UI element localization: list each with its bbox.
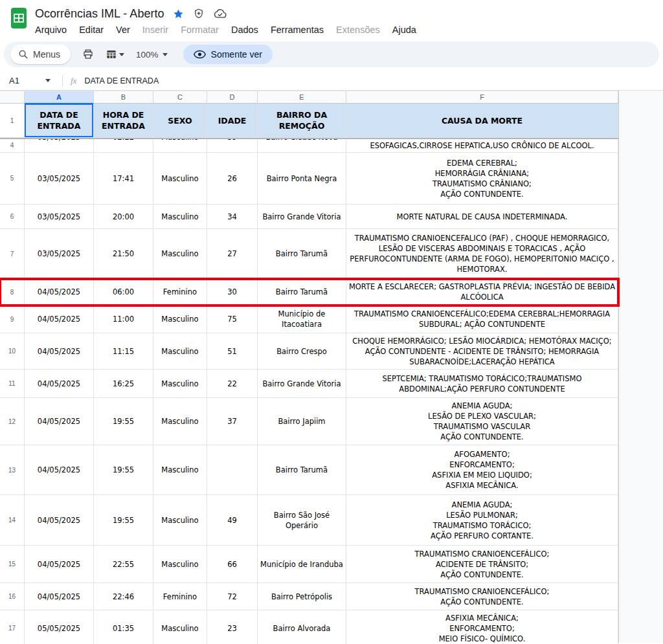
cell[interactable]: Masculino [153, 305, 207, 333]
cell[interactable]: 26 [207, 153, 258, 205]
cell[interactable]: ESOFAGICAS,CIRROSE HEPATICA,USO CRÔNICO … [346, 138, 618, 153]
cell[interactable] [207, 445, 258, 495]
cell[interactable]: Bairro Petrópolis [258, 583, 346, 610]
cell[interactable]: Bairro Japiim [258, 398, 346, 445]
cell[interactable]: 03/05/2025 [25, 205, 94, 229]
cell[interactable]: 20:00 [94, 205, 153, 229]
cell[interactable]: Bairro Crespo [258, 333, 346, 370]
cell[interactable]: Município de Iranduba [258, 546, 346, 583]
column-header-A[interactable]: A [25, 91, 94, 104]
menu-dados[interactable]: Dados [231, 25, 258, 35]
header-cell[interactable]: HORA DE ENTRADA [94, 104, 153, 138]
row-number-1[interactable]: 1 [0, 104, 25, 138]
row-number-8[interactable]: 8 [0, 279, 25, 305]
cell[interactable]: Feminino [153, 279, 207, 305]
cell[interactable]: 27 [207, 229, 258, 279]
cell[interactable]: TRAUMATISMO CRANIOENCEFÁLICO;EDEMA CEREB… [346, 305, 618, 333]
cell[interactable]: Bairro Cidade Nova [258, 138, 346, 153]
cell[interactable]: 19:55 [94, 495, 153, 546]
menu-ajuda[interactable]: Ajuda [392, 25, 416, 35]
cell[interactable]: Masculino [153, 495, 207, 546]
cell[interactable]: ANEMIA AGUDA; LESÃO DE PLEXO VASCULAR; T… [346, 398, 618, 445]
cell[interactable]: 06:00 [94, 279, 153, 305]
filter-views-button[interactable] [106, 49, 124, 60]
cell[interactable]: Masculino [153, 445, 207, 495]
cell[interactable]: 03/05/2025 [25, 153, 94, 205]
cell[interactable]: 04/05/2025 [25, 445, 94, 495]
cell[interactable]: 37 [207, 398, 258, 445]
zoom-control[interactable]: 100% [136, 50, 168, 60]
cell[interactable]: TRAUMATISMO CRANIOENCEFÁLICO; AÇÃO CONTU… [346, 583, 618, 610]
cell[interactable]: Bairro Tarumã [258, 445, 346, 495]
cell[interactable]: 75 [207, 305, 258, 333]
cell[interactable]: 16:25 [94, 370, 153, 398]
sheets-logo-icon[interactable] [9, 5, 28, 31]
column-header-B[interactable]: B [94, 91, 153, 104]
cell[interactable]: 03/05/2025 [25, 138, 94, 153]
cell[interactable]: AFOGAMENTO; ENFORCAMENTO; ASFIXIA EM MEI… [346, 445, 618, 495]
row-number-9[interactable]: 9 [0, 305, 25, 333]
cell[interactable]: Masculino [153, 333, 207, 370]
cell[interactable]: Bairro São José Operário [258, 495, 346, 546]
cell[interactable]: 19:55 [94, 445, 153, 495]
column-header-C[interactable]: C [153, 91, 207, 104]
menu-ferramentas[interactable]: Ferramentas [271, 25, 324, 35]
column-header-E[interactable]: E [258, 91, 346, 104]
cell[interactable]: 04/05/2025 [25, 398, 94, 445]
cell[interactable]: Masculino [153, 370, 207, 398]
view-only-button[interactable]: Somente ver [183, 45, 273, 64]
cell[interactable]: 66 [207, 546, 258, 583]
cell[interactable]: 11:15 [94, 333, 153, 370]
header-cell[interactable]: SEXO [153, 104, 207, 138]
cell[interactable]: Município de Itacoatiara [258, 305, 346, 333]
cell[interactable]: 17:41 [94, 153, 153, 205]
cell[interactable]: Feminino [153, 583, 207, 610]
cell[interactable]: 34 [207, 205, 258, 229]
cell[interactable]: 23 [207, 610, 258, 644]
cell[interactable]: 05/05/2025 [25, 610, 94, 644]
cell[interactable]: Masculino [153, 546, 207, 583]
cell[interactable]: 04/05/2025 [25, 370, 94, 398]
cell[interactable]: ANEMIA AGUDA; LESÃO PULMONAR; TRAUMATISM… [346, 495, 618, 546]
name-box[interactable]: A1 [0, 76, 57, 85]
cell[interactable]: 30 [207, 279, 258, 305]
row-number-15[interactable]: 15 [0, 546, 25, 583]
cell[interactable]: EDEMA CEREBRAL; HEMORRÁGIA CRÂNIANA; TRA… [346, 153, 618, 205]
cell[interactable]: Bairro Tarumã [258, 229, 346, 279]
cell[interactable]: 19:55 [94, 398, 153, 445]
cell[interactable]: 04/05/2025 [25, 495, 94, 546]
cell[interactable]: 03/05/2025 [25, 229, 94, 279]
menu-editar[interactable]: Editar [79, 25, 104, 35]
column-header-F[interactable]: F [346, 91, 618, 104]
row-number-10[interactable]: 10 [0, 333, 25, 370]
cell[interactable]: 01:35 [94, 610, 153, 644]
cell[interactable]: Masculino [153, 205, 207, 229]
menu-ver[interactable]: Ver [116, 25, 130, 35]
cell[interactable]: 51 [207, 333, 258, 370]
cell[interactable]: Bairro Grande Vitoria [258, 370, 346, 398]
cell[interactable]: 72 [207, 583, 258, 610]
row-number-4[interactable]: 4 [0, 138, 25, 153]
header-cell[interactable]: IDADE [207, 104, 258, 138]
cell[interactable]: 04/05/2025 [25, 546, 94, 583]
header-cell[interactable]: DATA DE ENTRADA [25, 104, 94, 138]
cell[interactable]: 22:46 [94, 583, 153, 610]
cloud-saved-icon[interactable] [214, 8, 227, 19]
cell[interactable]: 22:55 [94, 546, 153, 583]
cell[interactable]: TRAUMATISMO CRANIOENCEFÁLICO; ACIDENTE D… [346, 546, 618, 583]
print-button[interactable] [80, 46, 96, 63]
row-number-17[interactable]: 17 [0, 610, 25, 644]
cell[interactable]: MORTE NATURAL DE CAUSA INDETERMINADA. [346, 205, 618, 229]
formula-input[interactable]: DATA DE ENTRADA [84, 76, 159, 85]
star-icon[interactable] [173, 8, 184, 19]
approvals-shield-icon[interactable] [193, 8, 205, 19]
row-number-12[interactable]: 12 [0, 398, 25, 445]
row-number-13[interactable]: 13 [0, 445, 25, 495]
cell[interactable]: 59 [207, 138, 258, 153]
cell[interactable]: Masculino [153, 138, 207, 153]
cell[interactable]: Masculino [153, 610, 207, 644]
cell[interactable]: ASFIXIA MECÂNICA; ENFORCAMENTO; MEIO FÍS… [346, 610, 618, 644]
cell[interactable]: 11:00 [94, 305, 153, 333]
cell[interactable]: 04/05/2025 [25, 279, 94, 305]
cell[interactable]: 04/05/2025 [25, 305, 94, 333]
